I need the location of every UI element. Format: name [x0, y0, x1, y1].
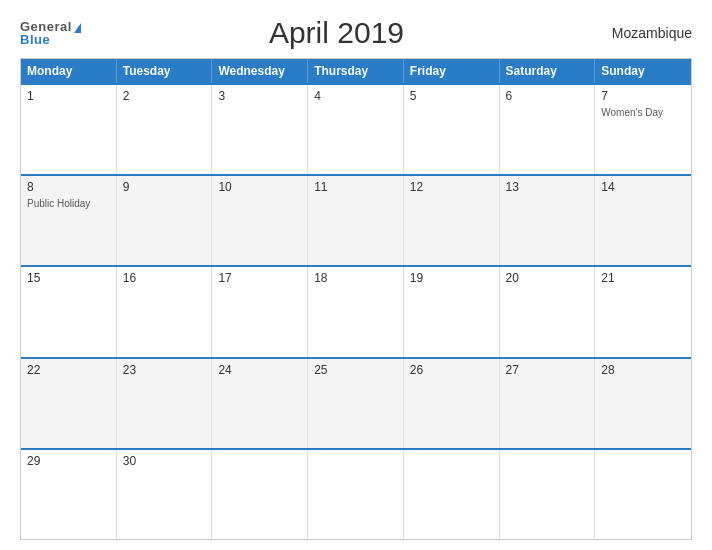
day-number: 24 [218, 363, 301, 377]
cal-cell-4-7: 28 [595, 359, 691, 448]
day-number: 20 [506, 271, 589, 285]
day-number: 14 [601, 180, 685, 194]
calendar-page: General Blue April 2019 Mozambique Monda… [0, 0, 712, 550]
day-number: 13 [506, 180, 589, 194]
header-thursday: Thursday [308, 59, 404, 83]
day-number: 29 [27, 454, 110, 468]
cal-cell-3-4: 18 [308, 267, 404, 356]
day-number: 18 [314, 271, 397, 285]
day-number: 23 [123, 363, 206, 377]
cal-cell-1-5: 5 [404, 85, 500, 174]
week-row-3: 15161718192021 [21, 265, 691, 356]
cal-cell-5-4 [308, 450, 404, 539]
cal-cell-1-2: 2 [117, 85, 213, 174]
cal-cell-2-7: 14 [595, 176, 691, 265]
header-friday: Friday [404, 59, 500, 83]
header-tuesday: Tuesday [117, 59, 213, 83]
cal-cell-5-5 [404, 450, 500, 539]
cal-cell-1-6: 6 [500, 85, 596, 174]
cal-cell-2-1: 8Public Holiday [21, 176, 117, 265]
week-row-5: 2930 [21, 448, 691, 539]
calendar-body: 1234567Women's Day8Public Holiday9101112… [21, 83, 691, 539]
cal-cell-3-2: 16 [117, 267, 213, 356]
cal-cell-4-2: 23 [117, 359, 213, 448]
cal-cell-1-4: 4 [308, 85, 404, 174]
logo: General Blue [20, 20, 81, 46]
day-number: 5 [410, 89, 493, 103]
day-number: 25 [314, 363, 397, 377]
week-row-1: 1234567Women's Day [21, 83, 691, 174]
cal-cell-4-3: 24 [212, 359, 308, 448]
day-number: 17 [218, 271, 301, 285]
cal-cell-1-7: 7Women's Day [595, 85, 691, 174]
week-row-4: 22232425262728 [21, 357, 691, 448]
day-event-label: Women's Day [601, 107, 685, 118]
day-number: 3 [218, 89, 301, 103]
header-wednesday: Wednesday [212, 59, 308, 83]
cal-cell-2-3: 10 [212, 176, 308, 265]
cal-cell-4-5: 26 [404, 359, 500, 448]
cal-cell-5-6 [500, 450, 596, 539]
cal-cell-3-6: 20 [500, 267, 596, 356]
day-number: 10 [218, 180, 301, 194]
week-row-2: 8Public Holiday91011121314 [21, 174, 691, 265]
day-number: 21 [601, 271, 685, 285]
cal-cell-4-1: 22 [21, 359, 117, 448]
header-saturday: Saturday [500, 59, 596, 83]
country-label: Mozambique [592, 25, 692, 41]
cal-cell-4-6: 27 [500, 359, 596, 448]
day-number: 19 [410, 271, 493, 285]
calendar-header-row: Monday Tuesday Wednesday Thursday Friday… [21, 59, 691, 83]
header: General Blue April 2019 Mozambique [20, 10, 692, 54]
day-number: 27 [506, 363, 589, 377]
cal-cell-5-2: 30 [117, 450, 213, 539]
header-sunday: Sunday [595, 59, 691, 83]
logo-triangle-icon [74, 23, 81, 33]
day-number: 22 [27, 363, 110, 377]
cal-cell-2-4: 11 [308, 176, 404, 265]
day-number: 15 [27, 271, 110, 285]
calendar: Monday Tuesday Wednesday Thursday Friday… [20, 58, 692, 540]
day-number: 30 [123, 454, 206, 468]
cal-cell-5-7 [595, 450, 691, 539]
day-number: 2 [123, 89, 206, 103]
cal-cell-3-1: 15 [21, 267, 117, 356]
header-monday: Monday [21, 59, 117, 83]
cal-cell-5-3 [212, 450, 308, 539]
cal-cell-1-1: 1 [21, 85, 117, 174]
day-number: 9 [123, 180, 206, 194]
cal-cell-3-3: 17 [212, 267, 308, 356]
cal-cell-3-7: 21 [595, 267, 691, 356]
cal-cell-2-5: 12 [404, 176, 500, 265]
day-number: 12 [410, 180, 493, 194]
cal-cell-1-3: 3 [212, 85, 308, 174]
day-number: 6 [506, 89, 589, 103]
month-title: April 2019 [81, 16, 592, 50]
cal-cell-3-5: 19 [404, 267, 500, 356]
cal-cell-5-1: 29 [21, 450, 117, 539]
day-number: 16 [123, 271, 206, 285]
cal-cell-4-4: 25 [308, 359, 404, 448]
day-number: 7 [601, 89, 685, 103]
day-number: 28 [601, 363, 685, 377]
day-number: 26 [410, 363, 493, 377]
day-event-label: Public Holiday [27, 198, 110, 209]
day-number: 11 [314, 180, 397, 194]
day-number: 4 [314, 89, 397, 103]
day-number: 1 [27, 89, 110, 103]
cal-cell-2-2: 9 [117, 176, 213, 265]
logo-blue-text: Blue [20, 33, 50, 46]
day-number: 8 [27, 180, 110, 194]
cal-cell-2-6: 13 [500, 176, 596, 265]
